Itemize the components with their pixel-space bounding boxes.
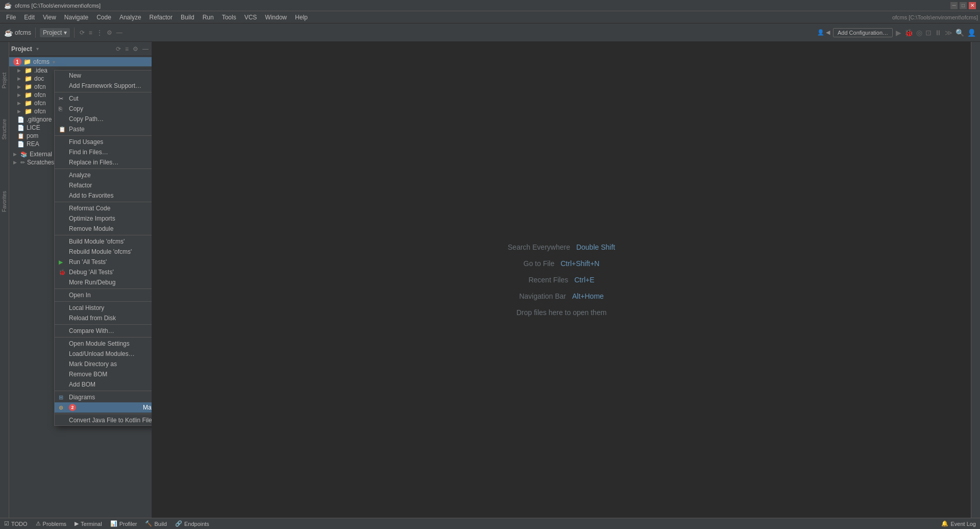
favorites-tab-label[interactable]: Favorites [2, 191, 7, 212]
toolbar-separator-2 [74, 28, 75, 38]
menu-build[interactable]: Build [177, 13, 199, 22]
bottom-profiler[interactable]: 📊 Profiler [110, 520, 137, 527]
debug-button[interactable]: 🐞 [904, 29, 913, 37]
ctx-compare[interactable]: Compare With… Ctrl+D [55, 326, 152, 336]
tree-item-gitignore-label: .gitignore [27, 116, 52, 123]
ctx-optimize[interactable]: Optimize Imports Ctrl+Alt+O [55, 213, 152, 224]
ctx-remove-bom-label: Remove BOM [69, 371, 107, 378]
profile-button[interactable]: ◎ [916, 29, 922, 37]
toolbar-collapse[interactable]: ≡ [88, 29, 93, 36]
ctx-diagrams[interactable]: ⊞ Diagrams ▶ [55, 392, 152, 402]
ctx-open-in[interactable]: Open In ▶ [55, 290, 152, 300]
tree-collapse-btn[interactable]: ≡ [124, 45, 130, 53]
ctx-debug-tests[interactable]: 🐞 Debug 'All Tests' [55, 267, 152, 277]
bottom-event-log[interactable]: 🔔 Event Log [941, 520, 976, 527]
hint-nav-key: Alt+Home [572, 292, 604, 300]
hint-search-everywhere: Search Everywhere Double Shift [508, 243, 615, 251]
ctx-remove-bom[interactable]: Remove BOM [55, 369, 152, 379]
project-tree-dropdown[interactable]: ▾ [36, 46, 39, 52]
toolbar-filter[interactable]: ⋮ [95, 29, 104, 36]
app-name: ofcms [15, 29, 31, 36]
menu-view[interactable]: View [39, 13, 60, 22]
bottom-problems[interactable]: ⚠ Problems [36, 520, 66, 527]
toolbar-more[interactable]: ≫ [945, 29, 952, 37]
ctx-find-usages[interactable]: Find Usages Alt+F7 [55, 137, 152, 147]
ofcn2-arrow: ▶ [17, 92, 22, 98]
ctx-add-framework[interactable]: Add Framework Support… [55, 81, 152, 91]
menu-tools[interactable]: Tools [218, 13, 240, 22]
ctx-cut[interactable]: ✂ Cut Ctrl+X [55, 93, 152, 104]
menu-refactor[interactable]: Refactor [145, 13, 177, 22]
ofcn4-folder-icon: 📁 [24, 108, 32, 115]
ctx-copy-path[interactable]: Copy Path… [55, 114, 152, 124]
coverage-button[interactable]: ⊡ [925, 29, 932, 37]
ofcn1-arrow: ▶ [17, 84, 22, 89]
menu-file[interactable]: File [2, 13, 20, 22]
bottom-terminal[interactable]: ▶ Terminal [75, 520, 102, 527]
ctx-build-module[interactable]: Build Module 'ofcms' [55, 236, 152, 247]
tree-item-root[interactable]: 1 📁 ofcms ▾ [9, 57, 152, 66]
ctx-sep-1 [55, 92, 152, 92]
add-configuration-button[interactable]: Add Configuration… [833, 28, 893, 37]
ctx-new[interactable]: New ▶ [55, 70, 152, 81]
ctx-more-run[interactable]: More Run/Debug ▶ [55, 277, 152, 287]
ctx-find-files[interactable]: Find in Files… Ctrl+Shift+F [55, 147, 152, 157]
tree-sync-btn[interactable]: ⟳ [115, 45, 122, 53]
toolbar-sync[interactable]: ⟳ [79, 29, 86, 36]
ctx-load-modules[interactable]: Load/Unload Modules… [55, 349, 152, 359]
editor-area: Search Everywhere Double Shift Go to Fil… [152, 42, 971, 518]
toolbar-settings[interactable]: ⚙ [106, 29, 113, 36]
ofcn4-arrow: ▶ [17, 109, 22, 114]
bottom-bar: ☑ TODO ⚠ Problems ▶ Terminal 📊 Profiler … [0, 518, 980, 529]
title-bar-controls[interactable]: ─ □ ✕ [950, 2, 976, 9]
ctx-reload[interactable]: Reload from Disk [55, 313, 152, 323]
minimize-button[interactable]: ─ [950, 2, 958, 9]
bottom-build[interactable]: 🔨 Build [145, 520, 166, 527]
ctx-analyze[interactable]: Analyze ▶ [55, 170, 152, 180]
root-folder-icon: 📁 [23, 58, 31, 65]
drop-hint: Drop files here to open them [517, 308, 607, 317]
ctx-mark-dir[interactable]: Mark Directory as ▶ [55, 359, 152, 369]
ctx-convert-kotlin[interactable]: Convert Java File to Kotlin File Ctrl+Al… [55, 415, 152, 425]
ctx-refactor[interactable]: Refactor ▶ [55, 180, 152, 190]
tree-settings-btn[interactable]: ⚙ [132, 45, 139, 53]
tree-close-btn[interactable]: — [141, 45, 150, 53]
run-button[interactable]: ▶ [896, 29, 901, 37]
ctx-remove-module[interactable]: Remove Module Delete [55, 224, 152, 234]
ctx-maven[interactable]: ⊛ 2 Maven ▶ [55, 402, 152, 413]
ctx-add-favorites[interactable]: Add to Favorites ▶ [55, 190, 152, 201]
close-button[interactable]: ✕ [969, 2, 976, 9]
menu-help[interactable]: Help [291, 13, 312, 22]
doc-folder-icon: 📁 [24, 75, 32, 82]
ctx-sep-2 [55, 135, 152, 136]
ctx-local-history[interactable]: Local History ▶ [55, 303, 152, 313]
user-icon[interactable]: 👤 [967, 29, 976, 37]
search-everywhere-icon[interactable]: 🔍 [955, 29, 964, 37]
structure-tab-label[interactable]: Structure [2, 119, 7, 140]
menu-window[interactable]: Window [261, 13, 291, 22]
ctx-copy[interactable]: ⎘ Copy Ctrl+C [55, 104, 152, 114]
ctx-run-tests[interactable]: ▶ Run 'All Tests' Ctrl+Shift+F10 [55, 257, 152, 267]
project-selector[interactable]: Project ▾ [40, 28, 70, 37]
toolbar-minimize-panel[interactable]: — [115, 29, 124, 36]
menu-code[interactable]: Code [92, 13, 115, 22]
menu-edit[interactable]: Edit [20, 13, 39, 22]
ctx-paste[interactable]: 📋 Paste Ctrl+V [55, 124, 152, 134]
ctx-load-modules-label: Load/Unload Modules… [69, 350, 135, 357]
ctx-add-bom[interactable]: Add BOM [55, 379, 152, 390]
menu-analyze[interactable]: Analyze [115, 13, 145, 22]
menu-vcs[interactable]: VCS [240, 13, 261, 22]
ctx-rebuild-module[interactable]: Rebuild Module 'ofcms' Ctrl+Shift+F9 [55, 247, 152, 257]
ctx-reformat[interactable]: Reformat Code Ctrl+Alt+L [55, 203, 152, 213]
project-tab-label[interactable]: Project [2, 73, 7, 88]
bottom-todo[interactable]: ☑ TODO [4, 520, 28, 527]
stop-button[interactable]: ⏸ [935, 29, 942, 37]
ctx-sep-4 [55, 202, 152, 202]
menu-run[interactable]: Run [199, 13, 218, 22]
ctx-replace-files[interactable]: Replace in Files… Ctrl+Shift+R [55, 157, 152, 167]
maximize-button[interactable]: □ [960, 2, 967, 9]
bottom-endpoints[interactable]: 🔗 Endpoints [175, 520, 209, 527]
menu-navigate[interactable]: Navigate [60, 13, 92, 22]
ctx-module-settings[interactable]: Open Module Settings F4 [55, 339, 152, 349]
app-icon[interactable]: ☕ [4, 29, 13, 37]
